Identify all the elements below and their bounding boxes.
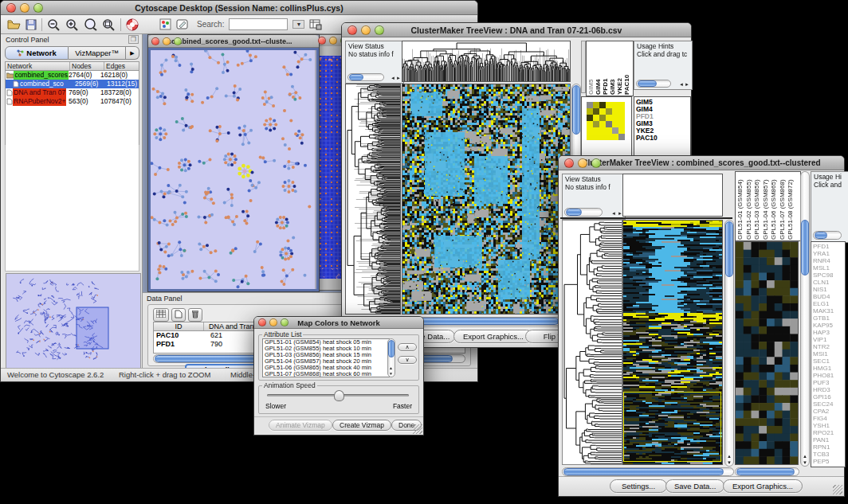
gene-label[interactable]: PFD1	[813, 243, 845, 250]
close-button[interactable]	[151, 37, 159, 45]
export-graphics-button[interactable]: Export Graphics...	[453, 330, 533, 343]
gene-label[interactable]: NTR2	[813, 343, 845, 350]
table-row[interactable]: RNAPuberNov2+ 563(0) 107847(0)	[6, 97, 139, 106]
tab-more-arrow[interactable]: ▶	[126, 46, 139, 60]
gene-label[interactable]: NIS1	[813, 286, 845, 293]
table-row-selected[interactable]: combined_sco 2569(6) 13112(15)	[6, 80, 139, 88]
search-dropdown-arrow[interactable]: ▼	[292, 20, 304, 29]
gene-label[interactable]: RNR4	[813, 257, 845, 264]
usage-hints-scrollbar[interactable]	[636, 80, 671, 88]
column-label[interactable]: GPL51-07 (GSM868)	[779, 175, 787, 240]
speed-slider-thumb[interactable]	[334, 390, 344, 401]
zoom-button[interactable]	[375, 25, 384, 35]
tab-vizmapper[interactable]: VizMapper™	[69, 46, 126, 60]
gene-label[interactable]: FIG4	[813, 415, 845, 422]
scroll-up-arrow[interactable]: ▲	[389, 365, 393, 370]
gene-label[interactable]: HAP3	[813, 329, 845, 336]
close-button[interactable]	[318, 37, 326, 45]
minimize-button[interactable]	[269, 318, 277, 326]
minimize-button[interactable]	[361, 25, 371, 35]
close-button[interactable]	[258, 318, 266, 326]
column-label[interactable]: PAC10	[623, 45, 630, 95]
scroll-left-arrow[interactable]: ◄	[611, 211, 616, 216]
resize-grip[interactable]	[413, 424, 422, 434]
view-status-scrollbar[interactable]	[564, 208, 603, 217]
column-label[interactable]: PFD1	[602, 45, 609, 95]
row-dendrogram-canvas[interactable]	[562, 220, 622, 465]
scroll-down-arrow[interactable]: ▼	[389, 371, 393, 376]
gene-label[interactable]: SPC98	[813, 272, 845, 279]
zoom-in-icon[interactable]	[65, 18, 79, 31]
scroll-up-arrow[interactable]: ▲	[727, 454, 732, 459]
scroll-right-arrow[interactable]: ►	[685, 82, 689, 87]
float-panel-icon[interactable]: ❐	[128, 35, 139, 44]
bottom-hscrollbar[interactable]	[562, 467, 734, 476]
column-label[interactable]: GPL51-04 (GSM857)	[762, 175, 771, 240]
row-label[interactable]: PAC10	[636, 135, 689, 142]
move-up-button[interactable]: ∧	[398, 343, 417, 351]
animate-vizmap-button[interactable]: Animate Vizmap	[269, 420, 332, 431]
column-label[interactable]: GIM3	[609, 45, 616, 95]
gene-label[interactable]: YSH1	[813, 422, 845, 429]
column-label[interactable]: GIM4	[595, 45, 602, 95]
gene-label[interactable]: PUF3	[813, 379, 845, 386]
gene-label[interactable]: TCB3	[813, 451, 845, 458]
zoom-out-icon[interactable]	[47, 18, 61, 31]
close-button[interactable]	[347, 25, 357, 35]
column-dendrogram-area[interactable]	[622, 174, 723, 217]
zoom-button[interactable]	[33, 3, 43, 13]
annotation-icon[interactable]	[176, 18, 189, 30]
gene-label[interactable]: HMG1	[813, 365, 845, 372]
heatmap-canvas[interactable]	[402, 84, 571, 315]
zoom-button[interactable]	[174, 37, 182, 45]
gene-label[interactable]: RPN1	[813, 443, 845, 451]
gene-label[interactable]: MON2	[813, 465, 845, 467]
gene-label[interactable]: PHO81	[813, 372, 845, 379]
minimize-button[interactable]	[578, 158, 587, 168]
map-dialog-titlebar[interactable]: Map Colors to Network	[254, 317, 423, 329]
usage-hints-scrollbar[interactable]	[813, 231, 842, 240]
vizmapper-shortcut-icon[interactable]	[159, 18, 171, 30]
scroll-down-arrow[interactable]: ▼	[727, 460, 732, 465]
network-overview-canvas[interactable]	[6, 273, 141, 369]
delete-attribute-button[interactable]	[188, 308, 202, 322]
new-attribute-button[interactable]	[171, 308, 186, 322]
close-button[interactable]	[564, 158, 574, 168]
gene-label[interactable]: PAN1	[813, 436, 845, 443]
gene-label[interactable]: SEC1	[813, 357, 845, 365]
close-button[interactable]	[6, 3, 16, 13]
heatmap-vscrollbar[interactable]: ▲ ▼	[724, 220, 734, 467]
col-id[interactable]: ID	[154, 322, 204, 330]
gene-label[interactable]: SEC24	[813, 400, 845, 408]
gene-label[interactable]: GTB1	[813, 315, 845, 322]
col-edges[interactable]: Edges	[104, 62, 139, 70]
column-label[interactable]: YKE2	[616, 45, 623, 95]
network-window-titlebar[interactable]: combined_scores_good.txt--cluste...	[148, 35, 319, 48]
zoom-fit-icon[interactable]	[84, 18, 97, 31]
zoom-button[interactable]	[591, 158, 601, 168]
table-row[interactable]: combined_scores 2764(0) 16218(0)	[6, 71, 139, 80]
gene-label[interactable]: BUD4	[813, 293, 845, 300]
save-data-button[interactable]: Save Data...	[665, 479, 724, 493]
tab-network[interactable]: Network	[5, 46, 69, 60]
gene-label[interactable]: CPA2	[813, 408, 845, 415]
export-graphics-button[interactable]: Export Graphics...	[723, 479, 803, 493]
attribute-list[interactable]: GPL51-01 (GSM854) heat shock 05 minGPL51…	[262, 338, 390, 377]
col-nodes[interactable]: Nodes	[70, 62, 104, 70]
scroll-up-arrow[interactable]: ▲	[803, 454, 807, 459]
column-label[interactable]: GPL51-03 (GSM856)	[753, 175, 762, 240]
column-label[interactable]: GPL51-02 (GSM855)	[745, 175, 754, 240]
gene-label[interactable]: VIP1	[813, 336, 845, 343]
minimize-button[interactable]	[329, 37, 337, 45]
minimize-button[interactable]	[20, 3, 29, 13]
zoom-heatmap-canvas[interactable]	[735, 241, 799, 465]
column-label[interactable]: GPL51-01 (GSM854)	[736, 175, 745, 240]
table-row[interactable]: DNA and Tran 07 769(0) 183728(0)	[6, 88, 139, 97]
gene-label[interactable]: CLN1	[813, 279, 845, 286]
column-dendrogram-canvas[interactable]	[402, 41, 571, 82]
save-disk-icon[interactable]	[26, 19, 37, 30]
select-attributes-button[interactable]	[153, 308, 169, 322]
treeview1-titlebar[interactable]: ClusterMaker TreeView : DNA and Tran 07-…	[342, 23, 691, 37]
attribute-table-icon[interactable]	[309, 18, 322, 30]
search-input[interactable]	[229, 18, 288, 30]
